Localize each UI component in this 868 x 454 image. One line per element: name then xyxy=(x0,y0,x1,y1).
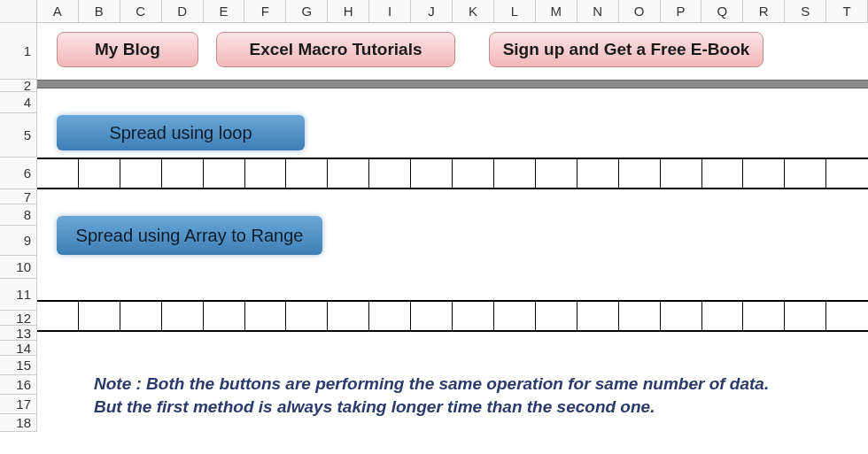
cell[interactable] xyxy=(494,302,536,330)
row-header[interactable]: 8 xyxy=(0,204,37,226)
output-row-6[interactable] xyxy=(37,158,868,189)
col-header[interactable]: G xyxy=(286,0,328,22)
row-header[interactable]: 14 xyxy=(0,341,37,356)
row-header[interactable]: 18 xyxy=(0,414,37,432)
col-header[interactable]: P xyxy=(661,0,702,22)
col-header[interactable]: K xyxy=(453,0,494,22)
row-header[interactable]: 6 xyxy=(0,158,37,189)
row-header[interactable]: 12 xyxy=(0,311,37,326)
cell[interactable] xyxy=(204,302,245,330)
cell[interactable] xyxy=(619,159,661,188)
output-row-11[interactable] xyxy=(37,300,868,332)
cell[interactable] xyxy=(619,302,661,330)
spread-using-loop-button[interactable]: Spread using loop xyxy=(57,115,305,150)
cell[interactable] xyxy=(369,302,411,330)
col-header[interactable]: T xyxy=(826,0,868,22)
cell[interactable] xyxy=(162,302,204,330)
cell[interactable] xyxy=(702,302,744,330)
col-header[interactable]: A xyxy=(37,0,79,22)
cell[interactable] xyxy=(79,159,120,188)
select-all-corner[interactable] xyxy=(0,0,37,22)
cell[interactable] xyxy=(328,302,369,330)
col-header[interactable]: B xyxy=(79,0,120,22)
row-header[interactable]: 10 xyxy=(0,256,37,279)
col-header[interactable]: D xyxy=(162,0,204,22)
column-headers: A B C D E F G H I J K L M N O P Q R S T xyxy=(0,0,868,23)
cell[interactable] xyxy=(785,302,826,330)
row-header[interactable]: 1 xyxy=(0,23,37,80)
row-header[interactable]: 7 xyxy=(0,189,37,204)
cell[interactable] xyxy=(453,302,494,330)
cell[interactable] xyxy=(826,159,868,188)
col-header[interactable]: L xyxy=(494,0,536,22)
cell[interactable] xyxy=(536,302,577,330)
cell[interactable] xyxy=(204,159,245,188)
col-header[interactable]: S xyxy=(785,0,826,22)
spread-using-array-button[interactable]: Spread using Array to Range xyxy=(57,216,322,255)
cell[interactable] xyxy=(661,159,702,188)
cell[interactable] xyxy=(120,159,162,188)
sheet-overlay: My Blog Excel Macro Tutorials Sign up an… xyxy=(37,23,868,454)
cell[interactable] xyxy=(411,302,453,330)
cell[interactable] xyxy=(79,302,120,330)
row-header[interactable]: 2 xyxy=(0,80,37,92)
excel-macro-tutorials-button[interactable]: Excel Macro Tutorials xyxy=(216,32,455,67)
cell[interactable] xyxy=(826,302,868,330)
row-header[interactable]: 16 xyxy=(0,375,37,395)
col-header[interactable]: M xyxy=(536,0,577,22)
row-header[interactable]: 9 xyxy=(0,226,37,256)
row-header[interactable]: 4 xyxy=(0,92,37,113)
col-header[interactable]: N xyxy=(577,0,619,22)
cell[interactable] xyxy=(245,159,287,188)
col-header[interactable]: E xyxy=(204,0,245,22)
separator-bar xyxy=(37,80,868,88)
cell[interactable] xyxy=(743,159,785,188)
cell[interactable] xyxy=(411,159,453,188)
cell[interactable] xyxy=(577,159,619,188)
cell[interactable] xyxy=(162,159,204,188)
cell[interactable] xyxy=(743,302,785,330)
cell[interactable] xyxy=(286,302,328,330)
cell[interactable] xyxy=(494,159,536,188)
note-text: Note : Both the buttons are performing t… xyxy=(94,373,794,419)
col-header[interactable]: H xyxy=(328,0,369,22)
col-header[interactable]: J xyxy=(411,0,453,22)
col-header[interactable]: I xyxy=(369,0,411,22)
col-header[interactable]: Q xyxy=(701,0,743,22)
row-header[interactable]: 17 xyxy=(0,395,37,414)
cell[interactable] xyxy=(369,159,411,188)
row-header[interactable]: 5 xyxy=(0,113,37,158)
col-header[interactable]: F xyxy=(244,0,286,22)
cell[interactable] xyxy=(286,159,328,188)
row-header[interactable]: 15 xyxy=(0,356,37,375)
cell[interactable] xyxy=(785,159,826,188)
col-header[interactable]: C xyxy=(120,0,162,22)
cell[interactable] xyxy=(577,302,619,330)
cell[interactable] xyxy=(702,159,744,188)
cell[interactable] xyxy=(245,302,287,330)
cell[interactable] xyxy=(661,302,702,330)
col-header[interactable]: O xyxy=(619,0,661,22)
my-blog-button[interactable]: My Blog xyxy=(57,32,198,67)
row-header[interactable]: 13 xyxy=(0,326,37,341)
cell[interactable] xyxy=(328,159,369,188)
cell[interactable] xyxy=(37,159,79,188)
cell[interactable] xyxy=(120,302,162,330)
signup-ebook-button[interactable]: Sign up and Get a Free E-Book xyxy=(489,32,763,67)
cell[interactable] xyxy=(453,159,494,188)
cell[interactable] xyxy=(536,159,577,188)
col-header[interactable]: R xyxy=(743,0,785,22)
row-header[interactable]: 11 xyxy=(0,279,37,311)
cell[interactable] xyxy=(37,302,79,330)
